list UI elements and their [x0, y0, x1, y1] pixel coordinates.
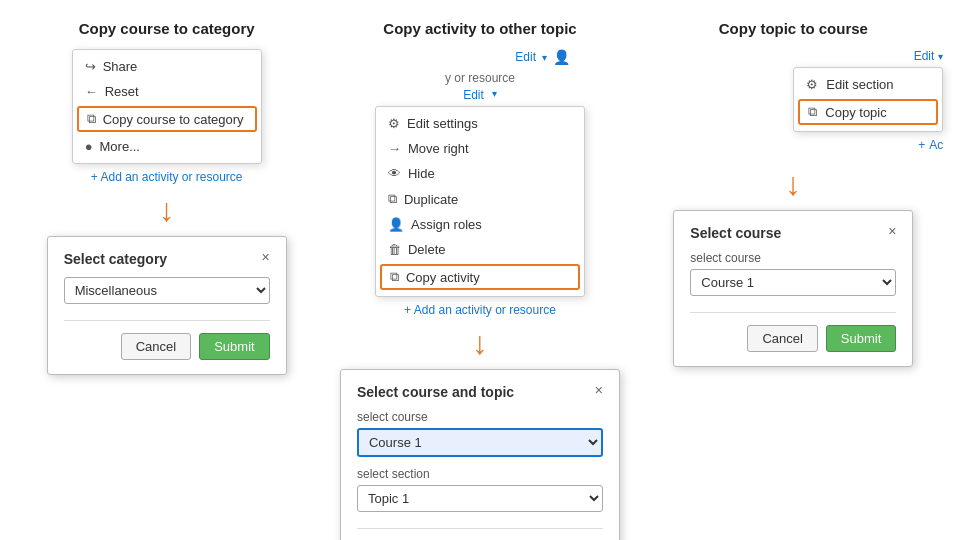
col2-course-select[interactable]: Course 1 — [357, 428, 603, 457]
reset-icon: ← — [85, 84, 98, 99]
copy-course-icon: ⧉ — [87, 111, 96, 127]
col3-course-label: select course — [690, 251, 896, 265]
column-3: Copy topic to course Edit ▾ ⚙ Edit secti… — [643, 20, 943, 367]
col1-dialog: × Select category Miscellaneous Cancel S… — [47, 236, 287, 375]
col2-dialog-title: Select course and topic — [357, 384, 603, 400]
col2-edit-button[interactable]: Edit — [515, 50, 536, 64]
col3-arrow: ↓ — [785, 168, 801, 200]
col2-dialog-header: × Select course and topic — [357, 384, 603, 400]
col2-person-icon: 👤 — [553, 49, 570, 65]
column-1: Copy course to category ↪ Share ← Reset … — [17, 20, 317, 375]
edit-settings-icon: ⚙ — [388, 116, 400, 131]
col3-submit-button[interactable]: Submit — [826, 325, 896, 352]
col2-dialog: × Select course and topic select course … — [340, 369, 620, 540]
col2-edit-row2: Edit ▾ — [463, 88, 497, 102]
move-right-icon: → — [388, 141, 401, 156]
col2-arrow: ↓ — [472, 327, 488, 359]
col2-dropdown-menu: ⚙ Edit settings → Move right 👁 Hide ⧉ Du… — [375, 106, 585, 297]
col2-delete-item[interactable]: 🗑 Delete — [376, 237, 584, 262]
assign-roles-icon: 👤 — [388, 217, 404, 232]
share-icon: ↪ — [85, 59, 96, 74]
col2-copy-activity-item[interactable]: ⧉ Copy activity — [380, 264, 580, 290]
col2-hide-item[interactable]: 👁 Hide — [376, 161, 584, 186]
col2-edit-row: Edit ▾ 👤 — [390, 49, 570, 65]
col1-dialog-close[interactable]: × — [261, 249, 269, 265]
col2-top: Edit ▾ 👤 y or resource Edit ▾ ⚙ Edit set… — [330, 49, 630, 317]
col1-arrow: ↓ — [159, 194, 175, 226]
col1-category-select[interactable]: Miscellaneous — [64, 277, 270, 304]
col3-edit-arrow: ▾ — [938, 51, 943, 62]
col1-submit-button[interactable]: Submit — [199, 333, 269, 360]
col1-dialog-buttons: Cancel Submit — [64, 333, 270, 360]
col2-title: Copy activity to other topic — [383, 20, 576, 37]
col2-duplicate-item[interactable]: ⧉ Duplicate — [376, 186, 584, 212]
hide-icon: 👁 — [388, 166, 401, 181]
col3-dialog-buttons: Cancel Submit — [690, 325, 896, 352]
col1-add-activity[interactable]: Add an activity or resource — [91, 170, 243, 184]
main-container: Copy course to category ↪ Share ← Reset … — [0, 0, 960, 540]
col3-edit-row: Edit ▾ — [914, 49, 944, 63]
col2-assign-roles-item[interactable]: 👤 Assign roles — [376, 212, 584, 237]
col3-edit-button[interactable]: Edit — [914, 49, 935, 63]
col3-dialog-header: × Select course — [690, 225, 896, 241]
col1-share-item[interactable]: ↪ Share — [73, 54, 261, 79]
col3-edit-section-item[interactable]: ⚙ Edit section — [794, 72, 942, 97]
col2-edit-settings-item[interactable]: ⚙ Edit settings — [376, 111, 584, 136]
col3-add-activity[interactable]: + Ac — [918, 138, 943, 152]
col2-dialog-close[interactable]: × — [595, 382, 603, 398]
col2-course-label: select course — [357, 410, 603, 424]
col1-cancel-button[interactable]: Cancel — [121, 333, 191, 360]
col1-more-item[interactable]: ● More... — [73, 134, 261, 159]
col2-section-label: select section — [357, 467, 603, 481]
col3-dialog: × Select course select course Course 1 C… — [673, 210, 913, 367]
col1-dialog-title: Select category — [64, 251, 270, 267]
col3-title: Copy topic to course — [719, 20, 868, 37]
col2-edit-button2[interactable]: Edit — [463, 88, 484, 102]
gear-icon: ⚙ — [806, 77, 818, 92]
col3-copy-topic-item[interactable]: ⧉ Copy topic — [798, 99, 938, 125]
col1-reset-item[interactable]: ← Reset — [73, 79, 261, 104]
col3-course-select[interactable]: Course 1 — [690, 269, 896, 296]
col2-section-select[interactable]: Topic 1 — [357, 485, 603, 512]
col3-dialog-title: Select course — [690, 225, 896, 241]
col3-gear-menu: ⚙ Edit section ⧉ Copy topic — [793, 67, 943, 132]
duplicate-icon: ⧉ — [388, 191, 397, 207]
copy-activity-icon: ⧉ — [390, 269, 399, 285]
copy-topic-icon: ⧉ — [808, 104, 817, 120]
col1-copy-course-item[interactable]: ⧉ Copy course to category — [77, 106, 257, 132]
col2-move-right-item[interactable]: → Move right — [376, 136, 584, 161]
col3-cancel-button[interactable]: Cancel — [747, 325, 817, 352]
col3-top: Edit ▾ ⚙ Edit section ⧉ Copy topic + Ac — [643, 49, 943, 152]
col1-dialog-header: × Select category — [64, 251, 270, 267]
col2-add-activity[interactable]: Add an activity or resource — [404, 303, 556, 317]
col1-dropdown-menu: ↪ Share ← Reset ⧉ Copy course to categor… — [72, 49, 262, 164]
col2-or-resource: y or resource — [433, 68, 527, 88]
col3-dialog-close[interactable]: × — [888, 223, 896, 239]
column-2: Copy activity to other topic Edit ▾ 👤 y … — [330, 20, 630, 540]
more-icon: ● — [85, 139, 93, 154]
delete-icon: 🗑 — [388, 242, 401, 257]
col1-title: Copy course to category — [79, 20, 255, 37]
col2-edit-arrow: ▾ — [542, 52, 547, 63]
plus-icon: + — [918, 138, 925, 152]
